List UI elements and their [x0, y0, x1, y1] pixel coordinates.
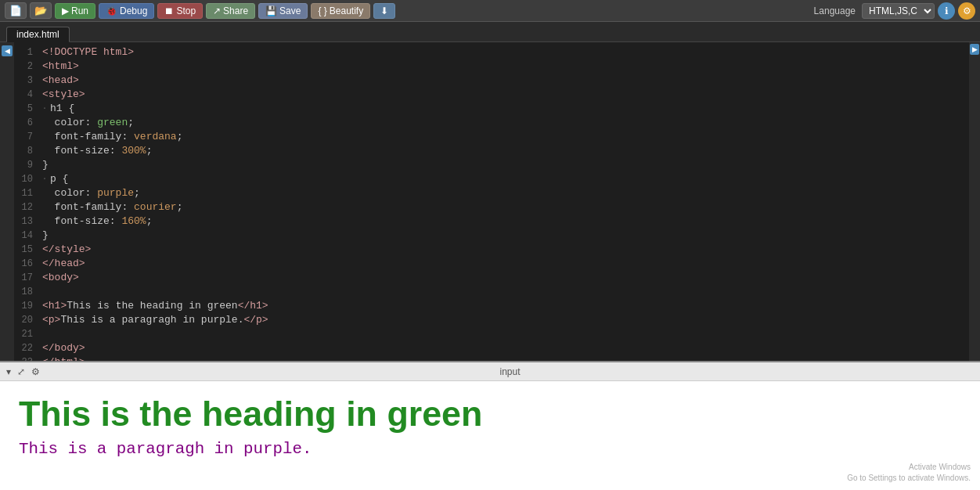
info-icon: ℹ	[945, 5, 949, 16]
share-icon: ↗	[213, 5, 221, 16]
code-line-5: 5 · h1 {	[14, 102, 969, 116]
collapse-left-button[interactable]: ◀	[2, 45, 13, 56]
info-button[interactable]: ℹ	[938, 2, 955, 20]
share-button[interactable]: ↗ Share	[206, 3, 255, 19]
run-button[interactable]: ▶ Run	[55, 3, 95, 19]
code-line-21: 21	[14, 327, 969, 341]
run-icon: ▶	[62, 5, 69, 16]
gear-icon: ⚙	[963, 5, 971, 16]
download-icon: ⬇	[380, 5, 388, 16]
code-line-19: 19 <h1>This is the heading in green</h1>	[14, 299, 969, 313]
tab-index-html[interactable]: index.html	[6, 27, 70, 42]
tab-label: index.html	[16, 29, 59, 40]
save-icon: 💾	[265, 5, 277, 16]
download-button[interactable]: ⬇	[373, 3, 395, 19]
code-line-10: 10 · p {	[14, 172, 969, 186]
code-line-1: 1 <!DOCTYPE html>	[14, 45, 969, 59]
code-line-2: 2 <html>	[14, 59, 969, 74]
beautify-label: Beautify	[330, 5, 363, 16]
bottom-toolbar: ▾ ⤢ ⚙ input	[0, 362, 980, 381]
collapse-right-button[interactable]: ▶	[970, 44, 979, 55]
tabbar: index.html	[0, 22, 980, 42]
language-label: Language	[814, 5, 856, 16]
code-line-20: 20 <p>This is a paragragh in purple.</p>	[14, 313, 969, 327]
code-line-12: 12 font-family: courier;	[14, 200, 969, 214]
run-label: Run	[71, 5, 88, 16]
code-line-11: 11 color: purple;	[14, 186, 969, 200]
code-line-14: 14 }	[14, 229, 969, 243]
code-line-16: 16 </head>	[14, 257, 969, 271]
bottom-panel: ▾ ⤢ ⚙ input This is the heading in green…	[0, 361, 980, 490]
code-line-13: 13 font-size: 160%;	[14, 214, 969, 229]
code-line-3: 3 <head>	[14, 74, 969, 88]
preview-paragraph: This is a paragragh in purple.	[19, 440, 961, 458]
code-line-23: 23 </html>	[14, 355, 969, 361]
code-line-7: 7 font-family: verdana;	[14, 130, 969, 144]
beautify-icon: { }	[318, 5, 326, 16]
new-file-button[interactable]: 📄	[5, 2, 27, 19]
bottom-expand-button[interactable]: ⤢	[17, 366, 25, 377]
bottom-collapse-button[interactable]: ▾	[6, 366, 11, 377]
activate-windows-text: Activate WindowsGo to Settings to activa…	[847, 462, 971, 484]
code-line-8: 8 font-size: 300%;	[14, 144, 969, 158]
preview-area: This is the heading in green This is a p…	[0, 381, 980, 490]
left-gutter: ◀	[0, 42, 14, 361]
input-label: input	[46, 366, 974, 377]
code-editor[interactable]: 1 <!DOCTYPE html> 2 <html> 3 <head> 4 <s…	[14, 42, 969, 361]
code-line-4: 4 <style>	[14, 88, 969, 102]
code-line-17: 17 <body>	[14, 271, 969, 285]
code-line-18: 18	[14, 285, 969, 299]
preview-heading: This is the heading in green	[19, 394, 961, 434]
debug-label: Debug	[120, 5, 147, 16]
save-label: Save	[279, 5, 301, 16]
save-button[interactable]: 💾 Save	[258, 3, 308, 19]
stop-button[interactable]: ⏹ Stop	[157, 3, 203, 19]
debug-icon: 🐞	[106, 5, 117, 16]
code-line-6: 6 color: green;	[14, 116, 969, 130]
code-line-9: 9 }	[14, 158, 969, 172]
right-indicator: ▶	[969, 42, 980, 361]
stop-icon: ⏹	[164, 5, 174, 16]
bottom-settings-button[interactable]: ⚙	[31, 366, 40, 377]
code-line-15: 15 </style>	[14, 243, 969, 257]
share-label: Share	[223, 5, 248, 16]
code-line-22: 22 </body>	[14, 341, 969, 355]
editor-area: ◀ 1 <!DOCTYPE html> 2 <html> 3 <head> 4 …	[0, 42, 980, 361]
toolbar: 📄 📂 ▶ Run 🐞 Debug ⏹ Stop ↗ Share 💾 Save …	[0, 0, 980, 22]
beautify-button[interactable]: { } Beautify	[311, 3, 370, 19]
debug-button[interactable]: 🐞 Debug	[99, 3, 154, 19]
settings-button[interactable]: ⚙	[958, 2, 975, 20]
open-file-button[interactable]: 📂	[30, 2, 52, 19]
stop-label: Stop	[176, 5, 196, 16]
language-select[interactable]: HTML,JS,C HTML JavaScript CSS	[862, 3, 935, 19]
